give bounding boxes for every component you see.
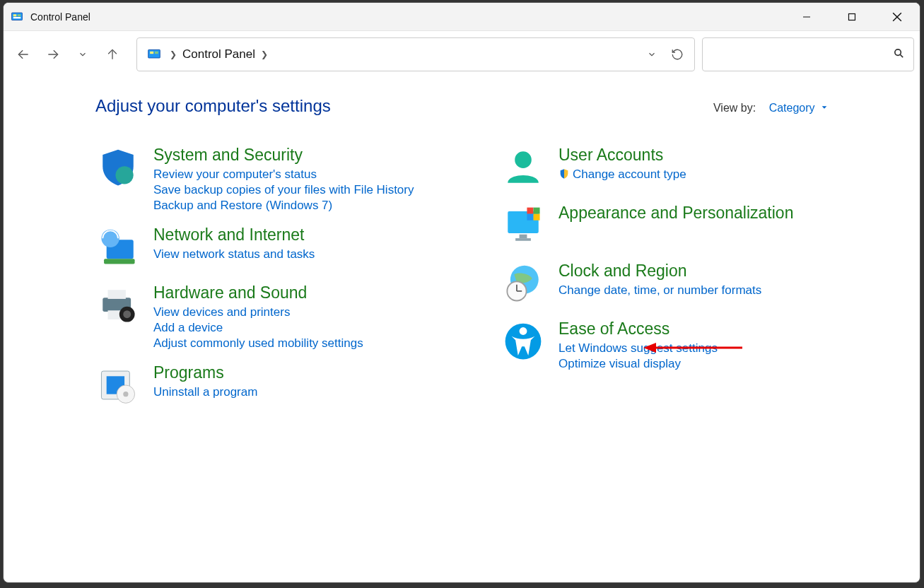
svg-point-29 bbox=[123, 392, 128, 396]
category-link[interactable]: View devices and printers bbox=[153, 305, 472, 319]
svg-rect-19 bbox=[104, 259, 135, 264]
category-link[interactable]: Backup and Restore (Windows 7) bbox=[153, 199, 472, 213]
svg-rect-34 bbox=[527, 208, 533, 214]
refresh-button[interactable] bbox=[665, 42, 690, 67]
breadcrumb-item[interactable]: Control Panel bbox=[180, 47, 258, 61]
category-appearance-personalization: Appearance and Personalization bbox=[501, 204, 877, 249]
svg-point-25 bbox=[123, 310, 131, 318]
chevron-right-icon[interactable]: ❯ bbox=[167, 49, 180, 59]
user-icon bbox=[501, 146, 546, 191]
clock-globe-icon bbox=[501, 261, 546, 307]
monitor-icon bbox=[501, 204, 546, 249]
view-by: View by: Category bbox=[713, 102, 828, 114]
nav-up-button[interactable] bbox=[98, 40, 127, 69]
nav-forward-button[interactable] bbox=[39, 40, 67, 69]
view-by-label: View by: bbox=[713, 102, 756, 114]
category-hardware-sound: Hardware and Sound View devices and prin… bbox=[95, 283, 472, 351]
svg-line-15 bbox=[900, 54, 903, 57]
content-area: Adjust your computer's settings View by:… bbox=[4, 78, 920, 582]
category-clock-region: Clock and Region Change date, time, or n… bbox=[501, 261, 877, 307]
category-link[interactable]: Change date, time, or number formats bbox=[559, 283, 877, 298]
categories-left: System and Security Review your computer… bbox=[95, 146, 472, 421]
category-title[interactable]: Hardware and Sound bbox=[153, 283, 472, 302]
svg-rect-37 bbox=[534, 214, 540, 220]
svg-rect-35 bbox=[534, 208, 540, 214]
close-button[interactable] bbox=[875, 3, 920, 30]
category-link[interactable]: View network status and tasks bbox=[153, 247, 472, 261]
svg-marker-16 bbox=[822, 106, 827, 108]
svg-rect-2 bbox=[18, 14, 21, 16]
svg-rect-12 bbox=[150, 52, 153, 54]
chevron-right-icon[interactable]: ❯ bbox=[258, 49, 271, 59]
toolbar: ❯ Control Panel ❯ bbox=[4, 31, 920, 78]
search-bar[interactable] bbox=[702, 37, 914, 71]
svg-rect-11 bbox=[148, 49, 160, 58]
control-panel-window: Control Panel bbox=[3, 2, 920, 583]
category-network-internet: Network and Internet View network status… bbox=[95, 225, 472, 271]
network-icon bbox=[95, 225, 141, 271]
svg-rect-1 bbox=[13, 14, 17, 16]
view-by-dropdown[interactable]: Category bbox=[769, 102, 828, 114]
programs-icon bbox=[95, 363, 141, 408]
control-panel-icon bbox=[11, 11, 23, 23]
svg-rect-36 bbox=[527, 214, 533, 220]
svg-point-30 bbox=[515, 151, 532, 168]
category-link[interactable]: Let Windows suggest settings bbox=[559, 341, 877, 355]
page-heading: Adjust your computer's settings bbox=[95, 96, 713, 116]
category-link[interactable]: Uninstall a program bbox=[153, 385, 472, 399]
printer-icon bbox=[95, 283, 141, 329]
svg-rect-32 bbox=[520, 235, 527, 238]
svg-point-20 bbox=[101, 230, 119, 247]
nav-back-button[interactable] bbox=[9, 40, 37, 69]
categories-right: User Accounts Change account type bbox=[501, 146, 877, 421]
nav-recent-button[interactable] bbox=[69, 40, 97, 69]
category-title[interactable]: Ease of Access bbox=[559, 319, 877, 339]
svg-point-14 bbox=[895, 49, 901, 55]
svg-rect-13 bbox=[155, 52, 158, 54]
maximize-button[interactable] bbox=[829, 3, 875, 30]
titlebar: Control Panel bbox=[4, 3, 920, 31]
category-link[interactable]: Save backup copies of your files with Fi… bbox=[153, 183, 472, 197]
category-title[interactable]: Network and Internet bbox=[153, 225, 472, 245]
window-title: Control Panel bbox=[30, 11, 90, 23]
accessibility-icon bbox=[501, 319, 546, 365]
svg-rect-3 bbox=[13, 17, 21, 18]
category-link[interactable]: Review your computer's status bbox=[153, 167, 472, 182]
address-bar[interactable]: ❯ Control Panel ❯ bbox=[136, 37, 695, 71]
category-user-accounts: User Accounts Change account type bbox=[501, 146, 877, 191]
minimize-button[interactable] bbox=[784, 3, 829, 30]
category-system-security: System and Security Review your computer… bbox=[95, 146, 472, 213]
address-history-button[interactable] bbox=[639, 42, 665, 67]
svg-point-17 bbox=[115, 166, 133, 184]
category-title[interactable]: Programs bbox=[153, 363, 472, 382]
category-link[interactable]: Add a device bbox=[153, 321, 472, 335]
category-title[interactable]: System and Security bbox=[153, 146, 472, 165]
category-title[interactable]: Clock and Region bbox=[559, 261, 877, 281]
search-icon bbox=[893, 47, 905, 62]
category-link[interactable]: Optimize visual display bbox=[559, 357, 877, 371]
category-title[interactable]: Appearance and Personalization bbox=[559, 204, 877, 223]
uac-shield-icon bbox=[559, 168, 570, 180]
category-title[interactable]: User Accounts bbox=[559, 146, 877, 165]
category-programs: Programs Uninstall a program bbox=[95, 363, 472, 408]
search-input[interactable] bbox=[711, 49, 893, 61]
shield-icon bbox=[95, 146, 141, 191]
svg-rect-33 bbox=[515, 238, 531, 241]
window-controls bbox=[784, 3, 920, 30]
svg-point-43 bbox=[520, 327, 527, 335]
control-panel-icon bbox=[147, 47, 161, 61]
category-ease-of-access: Ease of Access Let Windows suggest setti… bbox=[501, 319, 877, 371]
svg-rect-22 bbox=[108, 290, 126, 299]
category-link[interactable]: Change account type bbox=[559, 167, 877, 182]
svg-rect-5 bbox=[849, 13, 855, 20]
category-link[interactable]: Adjust commonly used mobility settings bbox=[153, 336, 472, 351]
